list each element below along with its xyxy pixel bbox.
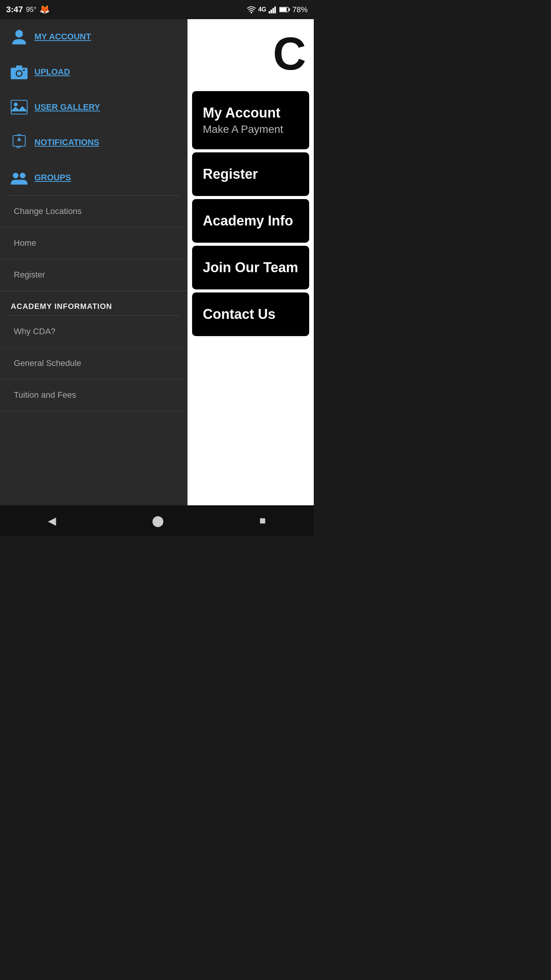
- temp: 95°: [26, 6, 36, 14]
- svg-rect-1: [269, 11, 270, 13]
- right-panel-join-our-team[interactable]: Join Our Team: [192, 246, 309, 289]
- group-icon: [11, 169, 28, 186]
- sidebar: MY ACCOUNT UPLOAD: [0, 19, 187, 505]
- upload-label: UPLOAD: [34, 67, 70, 77]
- status-right: 4G 78%: [247, 5, 308, 14]
- sidebar-item-groups[interactable]: GROUPS: [0, 160, 187, 195]
- svg-point-12: [17, 71, 21, 76]
- right-panel-contact-us[interactable]: Contact Us: [192, 292, 309, 336]
- signal-icon: [269, 6, 277, 13]
- home-button[interactable]: ⬤: [152, 514, 164, 527]
- academy-section-header: ACADEMY INFORMATION: [0, 291, 187, 315]
- image-icon: [11, 99, 28, 116]
- status-bar: 3:47 95° 🦊 4G 78%: [0, 0, 314, 19]
- sidebar-item-my-account[interactable]: MY ACCOUNT: [0, 19, 187, 54]
- back-button[interactable]: ◀: [48, 514, 56, 527]
- sidebar-item-home[interactable]: Home: [0, 227, 187, 259]
- sidebar-item-notifications[interactable]: NOTIFICATIONS: [0, 125, 187, 160]
- sidebar-item-tuition-fees[interactable]: Tuition and Fees: [0, 379, 187, 411]
- mascot-icon: 🦊: [39, 5, 50, 15]
- svg-rect-6: [280, 8, 287, 11]
- svg-point-19: [20, 173, 26, 178]
- sidebar-item-upload[interactable]: UPLOAD: [0, 54, 187, 90]
- time: 3:47: [6, 5, 23, 15]
- main-layout: MY ACCOUNT UPLOAD: [0, 19, 314, 505]
- sidebar-item-register[interactable]: Register: [0, 259, 187, 291]
- camera-icon: [11, 64, 28, 80]
- wifi-icon: [247, 6, 256, 13]
- svg-rect-13: [23, 69, 25, 71]
- svg-rect-2: [271, 10, 272, 13]
- sidebar-item-why-cda[interactable]: Why CDA?: [0, 316, 187, 348]
- svg-point-0: [251, 12, 252, 13]
- my-account-label: MY ACCOUNT: [34, 32, 91, 42]
- right-panel: C My Account Make A Payment Register Aca…: [187, 19, 314, 505]
- right-panel-my-account[interactable]: My Account Make A Payment: [192, 91, 309, 149]
- right-header-letter: C: [187, 19, 314, 88]
- user-gallery-label: USER GALLERY: [34, 102, 100, 112]
- person-icon: [11, 28, 28, 45]
- groups-label: GROUPS: [34, 173, 71, 183]
- battery-icon: [279, 7, 290, 13]
- svg-rect-10: [16, 65, 22, 69]
- sidebar-item-change-locations[interactable]: Change Locations: [0, 196, 187, 227]
- notification-icon: [11, 134, 28, 151]
- notifications-label: NOTIFICATIONS: [34, 137, 99, 147]
- battery-percent: 78%: [292, 5, 308, 14]
- svg-rect-7: [289, 8, 290, 11]
- svg-rect-3: [272, 8, 274, 13]
- status-left: 3:47 95° 🦊: [6, 5, 50, 15]
- right-panel-academy-info[interactable]: Academy Info: [192, 199, 309, 243]
- svg-rect-14: [11, 100, 27, 114]
- sidebar-item-user-gallery[interactable]: USER GALLERY: [0, 90, 187, 125]
- svg-rect-4: [274, 7, 276, 13]
- network-type: 4G: [258, 6, 266, 13]
- sidebar-item-general-schedule[interactable]: General Schedule: [0, 348, 187, 379]
- recent-button[interactable]: ■: [259, 514, 266, 527]
- svg-point-8: [15, 30, 23, 38]
- right-panel-register[interactable]: Register: [192, 152, 309, 196]
- svg-marker-17: [17, 137, 21, 141]
- svg-point-18: [13, 173, 19, 178]
- svg-point-15: [14, 103, 18, 106]
- system-nav: ◀ ⬤ ■: [0, 505, 314, 536]
